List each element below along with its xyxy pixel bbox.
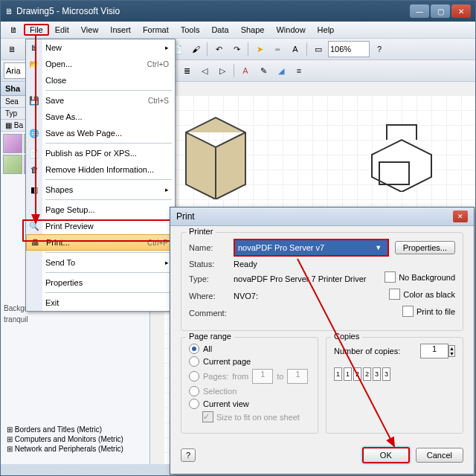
menu-format[interactable]: Format	[137, 24, 175, 36]
brush-icon[interactable]: 🖌	[187, 41, 204, 57]
pdf-icon: 📄	[28, 147, 40, 159]
ruler-horizontal	[150, 82, 475, 96]
tofile-checkbox[interactable]	[402, 306, 414, 317]
menu-file[interactable]: File	[24, 24, 49, 36]
menu-close[interactable]: Close	[26, 72, 175, 89]
curview-label: Current view	[203, 399, 249, 408]
selection-label: Selection	[203, 387, 237, 396]
help-icon[interactable]: ?	[371, 41, 387, 57]
curpage-radio[interactable]	[189, 356, 199, 367]
indent-icon[interactable]: ▷	[214, 62, 231, 79]
maximize-button[interactable]: ▢	[431, 4, 450, 18]
nobg-label: No Background	[399, 273, 455, 282]
printer-combo[interactable]: novaPDF Pro Server v7▼	[234, 239, 389, 257]
menu-props[interactable]: Properties	[26, 274, 175, 291]
separator	[306, 42, 307, 56]
category-item[interactable]: ⊞ Computers and Monitors (Metric)	[4, 434, 147, 444]
menu-remove[interactable]: 🗑Remove Hidden Information...	[26, 161, 175, 178]
menu-pagesetup[interactable]: Page Setup...	[26, 202, 175, 218]
all-label: All	[203, 344, 212, 353]
menu-tools[interactable]: Tools	[175, 24, 206, 36]
menu-shape[interactable]: Shape	[235, 24, 271, 36]
pagerange-legend: Page range	[186, 332, 234, 341]
new-icon[interactable]: 🗎	[4, 41, 20, 57]
pointer-icon[interactable]: ➤	[251, 41, 268, 57]
font-color-icon[interactable]: A	[237, 62, 254, 79]
menu-data[interactable]: Data	[205, 24, 234, 36]
dialog-titlebar: Print ✕	[170, 208, 474, 226]
shape-thumb[interactable]	[3, 155, 22, 174]
colorbw-checkbox[interactable]	[389, 289, 400, 300]
text-icon[interactable]: A	[287, 41, 303, 57]
dialog-close-button[interactable]: ✕	[453, 210, 468, 222]
where-value: NVO7:	[234, 292, 258, 300]
menu-save[interactable]: 💾SaveCtrl+S	[26, 92, 175, 109]
pages-radio[interactable]	[189, 371, 199, 382]
print-dialog: Print ✕ Printer Name: novaPDF Pro Server…	[170, 207, 475, 475]
copies-spinner[interactable]: 1	[420, 344, 448, 358]
pagerange-fieldset: Page range All Current page Pages: from …	[181, 337, 318, 434]
app-icon: 🗎	[5, 7, 13, 16]
app-menu-icon[interactable]: 🗎	[4, 24, 24, 36]
menu-exit[interactable]: Exit	[26, 295, 175, 311]
menu-window[interactable]: Window	[270, 24, 311, 36]
zoom-combo[interactable]	[328, 41, 370, 57]
all-radio[interactable]	[189, 344, 199, 354]
fit-checkbox: ✓	[202, 411, 213, 422]
shape-thumb[interactable]	[3, 134, 22, 153]
from-input[interactable]: 1	[252, 369, 273, 384]
line-color-icon[interactable]: ✎	[255, 62, 271, 79]
ok-button[interactable]: OK	[362, 447, 410, 463]
menu-edit[interactable]: Edit	[49, 24, 75, 36]
print-highlight	[22, 219, 181, 242]
bullets-icon[interactable]: ≣	[178, 62, 195, 79]
menu-insert[interactable]: Insert	[104, 24, 137, 36]
fill-color-icon[interactable]: ◢	[273, 62, 289, 79]
menu-new[interactable]: 🗎New▸	[26, 39, 175, 56]
bg-item[interactable]: tranquil	[1, 314, 149, 325]
server-shape[interactable]	[178, 110, 253, 199]
menu-open[interactable]: 📂Open...Ctrl+O	[26, 56, 175, 72]
name-label: Name:	[189, 243, 234, 252]
window-buttons: — ▢ ✕	[410, 4, 471, 18]
menu-saveweb[interactable]: 🌐Save as Web Page...	[26, 125, 175, 141]
colorbw-label: Color as black	[403, 290, 455, 299]
undo-icon[interactable]: ↶	[210, 41, 227, 57]
line-weight-icon[interactable]: ≡	[291, 62, 307, 79]
menu-saveas[interactable]: Save As...	[26, 109, 175, 125]
printer-shape[interactable]	[357, 118, 446, 192]
copies-fieldset: Copies Number of copies:1▲▼ 11 22 33	[326, 337, 463, 434]
copies-legend: Copies	[331, 332, 362, 341]
category-item[interactable]: ⊞ Borders and Titles (Metric)	[4, 425, 147, 434]
rect-icon[interactable]: ▭	[310, 41, 327, 57]
cancel-button[interactable]: Cancel	[416, 448, 463, 463]
type-label: Type:	[189, 274, 234, 283]
tofile-label: Print to file	[416, 307, 455, 316]
menu-help[interactable]: Help	[312, 24, 341, 36]
chevron-down-icon: ▼	[373, 244, 385, 251]
category-item[interactable]: ⊞ Network and Peripherals (Metric)	[4, 444, 147, 454]
spin-up[interactable]: ▲	[449, 346, 454, 351]
open-icon: 📂	[28, 58, 40, 70]
help-button[interactable]: ?	[181, 448, 196, 462]
collate-preview: 11 22 33	[334, 367, 455, 381]
outdent-icon[interactable]: ◁	[196, 62, 213, 79]
minimize-button[interactable]: —	[410, 4, 429, 18]
to-input[interactable]: 1	[287, 369, 308, 384]
connector-icon[interactable]: ⎓	[269, 41, 286, 57]
menu-view[interactable]: View	[75, 24, 105, 36]
titlebar: 🗎 Drawing5 - Microsoft Visio — ▢ ✕	[1, 1, 475, 22]
menu-sendto[interactable]: Send To▸	[26, 254, 175, 271]
menu-shapes[interactable]: ◧Shapes▸	[26, 181, 175, 198]
menu-publish[interactable]: 📄Publish as PDF or XPS...	[26, 145, 175, 161]
numcopies-label: Number of copies:	[334, 347, 400, 356]
properties-button[interactable]: Properties...	[395, 241, 455, 254]
spin-down[interactable]: ▼	[449, 351, 454, 356]
curview-radio[interactable]	[189, 399, 199, 409]
redo-icon[interactable]: ↷	[228, 41, 245, 57]
status-value: Ready	[234, 260, 257, 268]
printer-legend: Printer	[186, 227, 216, 236]
nobg-checkbox[interactable]	[385, 271, 396, 283]
shapes-icon: ◧	[28, 184, 40, 196]
close-button[interactable]: ✕	[451, 4, 471, 18]
